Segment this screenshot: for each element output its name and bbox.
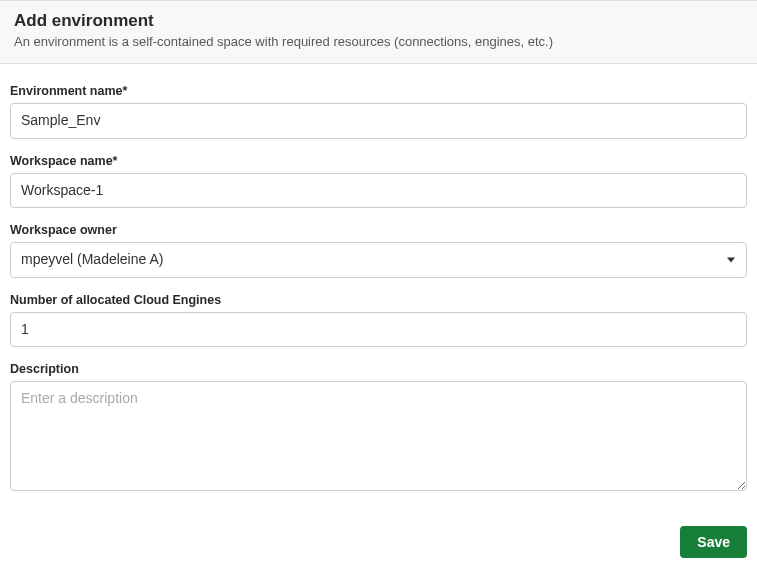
environment-name-input[interactable] bbox=[10, 103, 747, 139]
field-workspace-owner: Workspace owner mpeyvel (Madeleine A) bbox=[10, 223, 747, 278]
workspace-name-label: Workspace name* bbox=[10, 154, 747, 168]
workspace-owner-select-wrapper: mpeyvel (Madeleine A) bbox=[10, 242, 747, 278]
dialog-footer: Save bbox=[0, 516, 757, 565]
dialog-subtitle: An environment is a self-contained space… bbox=[14, 34, 743, 49]
save-button[interactable]: Save bbox=[680, 526, 747, 558]
form-container: Environment name* Workspace name* Worksp… bbox=[0, 64, 757, 516]
field-workspace-name: Workspace name* bbox=[10, 154, 747, 209]
environment-name-label: Environment name* bbox=[10, 84, 747, 98]
cloud-engines-input[interactable] bbox=[10, 312, 747, 348]
field-environment-name: Environment name* bbox=[10, 84, 747, 139]
cloud-engines-label: Number of allocated Cloud Engines bbox=[10, 293, 747, 307]
description-textarea[interactable] bbox=[10, 381, 747, 491]
field-description: Description bbox=[10, 362, 747, 491]
workspace-owner-select[interactable]: mpeyvel (Madeleine A) bbox=[10, 242, 747, 278]
workspace-owner-label: Workspace owner bbox=[10, 223, 747, 237]
description-label: Description bbox=[10, 362, 747, 376]
workspace-name-input[interactable] bbox=[10, 173, 747, 209]
dialog-title: Add environment bbox=[14, 11, 743, 31]
dialog-header: Add environment An environment is a self… bbox=[0, 0, 757, 64]
field-cloud-engines: Number of allocated Cloud Engines bbox=[10, 293, 747, 348]
